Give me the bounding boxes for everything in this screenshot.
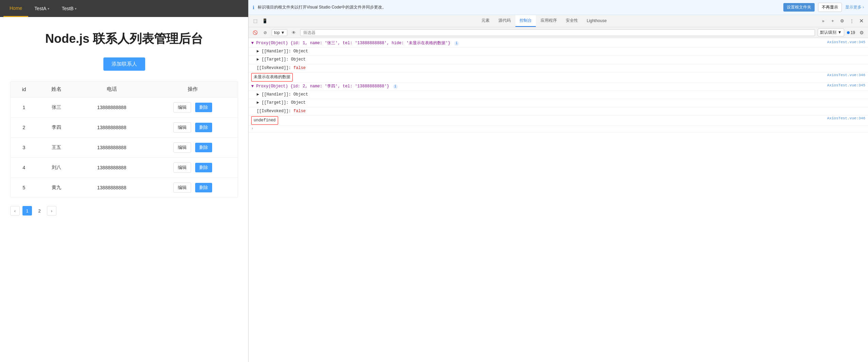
log-level-selector[interactable]: 默认级别 ▼ — [818, 29, 844, 36]
set-root-folder-button[interactable]: 设置根文件夹 — [783, 3, 815, 12]
nav-label-testa: TestA — [34, 6, 46, 11]
cell-id: 4 — [11, 158, 37, 178]
console-line: undefined AxiosTest.vue:346 — [249, 116, 868, 126]
cell-name: 王五 — [37, 138, 75, 158]
console-content: ▶ [[Target]]: Object — [257, 56, 865, 63]
console-line: ▶ [[Target]]: Object — [249, 56, 868, 64]
console-content: ▶ [[Target]]: Object — [257, 100, 865, 106]
console-content-text: ▶ [[Handler]]: Object — [257, 92, 308, 97]
table-header-row: id 姓名 电话 操作 — [11, 81, 238, 98]
cell-actions: 编辑 删除 — [148, 158, 238, 178]
table-row: 1 张三 13888888888 编辑 删除 — [11, 98, 238, 118]
tab-application[interactable]: 应用程序 — [537, 15, 561, 27]
main-content: Node.js 联系人列表管理后台 添加联系人 id 姓名 电话 操作 1 张三… — [0, 17, 248, 362]
edit-button[interactable]: 编辑 — [173, 142, 191, 153]
nav-item-home[interactable]: Home — [3, 0, 28, 17]
proxy-label: ▼ Proxy(Object) {id: 1, name: '张三', tel:… — [251, 41, 450, 46]
delete-button[interactable]: 删除 — [195, 103, 212, 112]
console-line: ▶ [[Handler]]: Object — [249, 48, 868, 56]
close-devtools-button[interactable]: ✕ — [857, 17, 865, 25]
nav-bar: Home TestA ▾ TestB ▾ — [0, 0, 248, 17]
contacts-table: id 姓名 电话 操作 1 张三 13888888888 编辑 删除 2 李四 … — [11, 81, 238, 197]
console-link[interactable]: AxiosTest.vue:345 — [822, 40, 865, 44]
table-row: 2 李四 13888888888 编辑 删除 — [11, 118, 238, 138]
cell-actions: 编辑 删除 — [148, 118, 238, 138]
dismiss-button[interactable]: 不再显示 — [818, 3, 842, 12]
console-line: ▼ Proxy(Object) {id: 1, name: '张三', tel:… — [249, 39, 868, 48]
settings-icon[interactable]: ⚙ — [838, 17, 846, 25]
console-line: [[IsRevoked]]: false — [249, 64, 868, 72]
show-more-link[interactable]: 显示更多 › — [845, 4, 864, 10]
more-tabs-icon[interactable]: » — [819, 17, 827, 25]
cell-actions: 编辑 删除 — [148, 98, 238, 118]
filter-icon-button[interactable]: ⊘ — [261, 29, 269, 36]
console-line: [[IsRevoked]]: false — [249, 107, 868, 116]
next-page-button[interactable]: › — [47, 206, 56, 216]
edit-button[interactable]: 编辑 — [173, 102, 191, 113]
cell-name: 李四 — [37, 118, 75, 138]
delete-button[interactable]: 删除 — [195, 143, 212, 152]
page-title: Node.js 联系人列表管理后台 — [45, 31, 203, 47]
console-line: 未显示在表格的数据 AxiosTest.vue:346 — [249, 72, 868, 83]
tab-sources[interactable]: 源代码 — [494, 15, 515, 27]
col-header-id: id — [11, 81, 37, 98]
info-badge: i — [454, 41, 459, 46]
cell-phone: 13888888888 — [75, 118, 148, 138]
highlight-value: undefined — [251, 116, 278, 125]
console-link[interactable]: AxiosTest.vue:346 — [822, 116, 865, 120]
table-row: 5 黄九 13888888888 编辑 删除 — [11, 178, 238, 198]
console-line: ▶ [[Target]]: Object — [249, 99, 868, 107]
nav-item-testb[interactable]: TestB ▾ — [55, 0, 83, 17]
filter-input[interactable] — [300, 29, 815, 36]
edit-button[interactable]: 编辑 — [173, 183, 191, 193]
tab-lighthouse[interactable]: Lighthouse — [583, 15, 611, 27]
page-num-1[interactable]: 1 — [22, 206, 32, 216]
delete-button[interactable]: 删除 — [195, 123, 212, 132]
console-content: ▶ [[Handler]]: Object — [257, 48, 865, 55]
info-icon: ℹ — [253, 5, 254, 10]
cell-id: 3 — [11, 138, 37, 158]
tab-console[interactable]: 控制台 — [515, 15, 536, 27]
info-bar: ℹ 标识项目的根文件夹以打开Visual Studio Code中的源文件并同步… — [249, 0, 868, 15]
device-icon[interactable]: 📱 — [261, 17, 269, 25]
delete-button[interactable]: 删除 — [195, 183, 212, 192]
context-dropdown-icon: ▼ — [281, 30, 285, 35]
page-num-2[interactable]: 2 — [35, 206, 44, 216]
cell-phone: 13888888888 — [75, 178, 148, 198]
inspect-icon[interactable]: ⬚ — [251, 17, 259, 25]
cell-phone: 13888888888 — [75, 138, 148, 158]
console-content: [[IsRevoked]]: false — [257, 108, 865, 115]
clear-console-button[interactable]: 🚫 — [251, 29, 259, 36]
console-line: ▼ Proxy(Object) {id: 2, name: '李四', tel:… — [249, 83, 868, 91]
edit-button[interactable]: 编辑 — [173, 122, 191, 133]
console-settings-button[interactable]: ⚙ — [858, 29, 865, 36]
add-contact-button[interactable]: 添加联系人 — [103, 57, 145, 71]
cell-phone: 13888888888 — [75, 98, 148, 118]
cell-id: 5 — [11, 178, 37, 198]
cell-id: 1 — [11, 98, 37, 118]
console-link[interactable]: AxiosTest.vue:345 — [822, 83, 865, 87]
cell-id: 2 — [11, 118, 37, 138]
prev-page-button[interactable]: ‹ — [10, 206, 20, 216]
tab-elements[interactable]: 元素 — [477, 15, 494, 27]
devtools-tab-actions: » + ⚙ ⋮ ✕ — [819, 17, 865, 25]
proxy-label: ▼ Proxy(Object) {id: 2, name: '李四', tel:… — [251, 84, 389, 89]
console-content-text: ▶ [[Handler]]: Object — [257, 49, 308, 54]
add-tab-icon[interactable]: + — [829, 17, 837, 25]
error-count-label: 19 — [851, 30, 855, 35]
context-selector[interactable]: top ▼ — [272, 29, 287, 36]
nav-item-testa[interactable]: TestA ▾ — [28, 0, 55, 17]
eye-icon-button[interactable]: 👁 — [290, 29, 297, 36]
error-count: 19 — [847, 30, 855, 35]
tab-security[interactable]: 安全性 — [562, 15, 582, 27]
console-link[interactable]: AxiosTest.vue:346 — [822, 73, 865, 77]
level-label: 默认级别 ▼ — [820, 30, 841, 35]
info-bar-text: 标识项目的根文件夹以打开Visual Studio Code中的源文件并同步更改… — [258, 4, 780, 10]
console-content: ▶ [[Handler]]: Object — [257, 91, 865, 98]
more-options-icon[interactable]: ⋮ — [848, 17, 856, 25]
chevron-down-icon-testb: ▾ — [75, 7, 76, 11]
edit-button[interactable]: 编辑 — [173, 162, 191, 173]
console-content-text: ▶ [[Target]]: Object — [257, 100, 306, 105]
left-panel: Home TestA ▾ TestB ▾ Node.js 联系人列表管理后台 添… — [0, 0, 248, 362]
delete-button[interactable]: 删除 — [195, 163, 212, 172]
